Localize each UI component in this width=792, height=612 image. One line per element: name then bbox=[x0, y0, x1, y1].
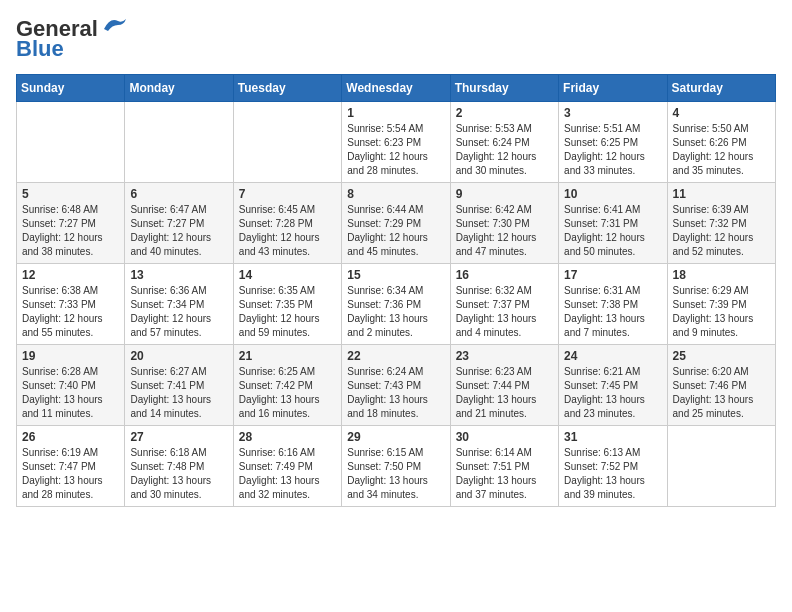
calendar-cell: 31Sunrise: 6:13 AM Sunset: 7:52 PM Dayli… bbox=[559, 426, 667, 507]
day-number: 24 bbox=[564, 349, 661, 363]
day-number: 18 bbox=[673, 268, 770, 282]
calendar-cell: 12Sunrise: 6:38 AM Sunset: 7:33 PM Dayli… bbox=[17, 264, 125, 345]
calendar-cell: 16Sunrise: 6:32 AM Sunset: 7:37 PM Dayli… bbox=[450, 264, 558, 345]
calendar-cell: 20Sunrise: 6:27 AM Sunset: 7:41 PM Dayli… bbox=[125, 345, 233, 426]
day-info: Sunrise: 6:27 AM Sunset: 7:41 PM Dayligh… bbox=[130, 365, 227, 421]
day-info: Sunrise: 6:20 AM Sunset: 7:46 PM Dayligh… bbox=[673, 365, 770, 421]
day-info: Sunrise: 6:32 AM Sunset: 7:37 PM Dayligh… bbox=[456, 284, 553, 340]
day-info: Sunrise: 6:36 AM Sunset: 7:34 PM Dayligh… bbox=[130, 284, 227, 340]
logo-bird-icon bbox=[100, 15, 128, 35]
day-info: Sunrise: 5:53 AM Sunset: 6:24 PM Dayligh… bbox=[456, 122, 553, 178]
day-number: 26 bbox=[22, 430, 119, 444]
weekday-header-wednesday: Wednesday bbox=[342, 75, 450, 102]
day-info: Sunrise: 6:14 AM Sunset: 7:51 PM Dayligh… bbox=[456, 446, 553, 502]
calendar-cell: 15Sunrise: 6:34 AM Sunset: 7:36 PM Dayli… bbox=[342, 264, 450, 345]
day-number: 31 bbox=[564, 430, 661, 444]
day-number: 28 bbox=[239, 430, 336, 444]
day-info: Sunrise: 5:54 AM Sunset: 6:23 PM Dayligh… bbox=[347, 122, 444, 178]
day-info: Sunrise: 6:44 AM Sunset: 7:29 PM Dayligh… bbox=[347, 203, 444, 259]
day-info: Sunrise: 6:29 AM Sunset: 7:39 PM Dayligh… bbox=[673, 284, 770, 340]
calendar-cell: 19Sunrise: 6:28 AM Sunset: 7:40 PM Dayli… bbox=[17, 345, 125, 426]
calendar-cell: 1Sunrise: 5:54 AM Sunset: 6:23 PM Daylig… bbox=[342, 102, 450, 183]
calendar-cell: 30Sunrise: 6:14 AM Sunset: 7:51 PM Dayli… bbox=[450, 426, 558, 507]
day-info: Sunrise: 6:38 AM Sunset: 7:33 PM Dayligh… bbox=[22, 284, 119, 340]
weekday-header-thursday: Thursday bbox=[450, 75, 558, 102]
day-info: Sunrise: 6:16 AM Sunset: 7:49 PM Dayligh… bbox=[239, 446, 336, 502]
day-info: Sunrise: 6:41 AM Sunset: 7:31 PM Dayligh… bbox=[564, 203, 661, 259]
day-info: Sunrise: 6:48 AM Sunset: 7:27 PM Dayligh… bbox=[22, 203, 119, 259]
day-number: 16 bbox=[456, 268, 553, 282]
logo: General Blue bbox=[16, 16, 128, 62]
calendar-cell: 21Sunrise: 6:25 AM Sunset: 7:42 PM Dayli… bbox=[233, 345, 341, 426]
calendar-week-5: 26Sunrise: 6:19 AM Sunset: 7:47 PM Dayli… bbox=[17, 426, 776, 507]
weekday-header-sunday: Sunday bbox=[17, 75, 125, 102]
calendar-cell: 3Sunrise: 5:51 AM Sunset: 6:25 PM Daylig… bbox=[559, 102, 667, 183]
day-info: Sunrise: 6:39 AM Sunset: 7:32 PM Dayligh… bbox=[673, 203, 770, 259]
logo-blue: Blue bbox=[16, 36, 64, 62]
day-number: 12 bbox=[22, 268, 119, 282]
day-info: Sunrise: 6:42 AM Sunset: 7:30 PM Dayligh… bbox=[456, 203, 553, 259]
calendar-cell: 29Sunrise: 6:15 AM Sunset: 7:50 PM Dayli… bbox=[342, 426, 450, 507]
day-number: 7 bbox=[239, 187, 336, 201]
day-info: Sunrise: 6:13 AM Sunset: 7:52 PM Dayligh… bbox=[564, 446, 661, 502]
calendar-cell: 10Sunrise: 6:41 AM Sunset: 7:31 PM Dayli… bbox=[559, 183, 667, 264]
calendar-week-1: 1Sunrise: 5:54 AM Sunset: 6:23 PM Daylig… bbox=[17, 102, 776, 183]
weekday-header-friday: Friday bbox=[559, 75, 667, 102]
day-number: 10 bbox=[564, 187, 661, 201]
calendar-cell: 24Sunrise: 6:21 AM Sunset: 7:45 PM Dayli… bbox=[559, 345, 667, 426]
calendar-cell: 23Sunrise: 6:23 AM Sunset: 7:44 PM Dayli… bbox=[450, 345, 558, 426]
day-info: Sunrise: 6:45 AM Sunset: 7:28 PM Dayligh… bbox=[239, 203, 336, 259]
day-info: Sunrise: 6:18 AM Sunset: 7:48 PM Dayligh… bbox=[130, 446, 227, 502]
calendar-cell bbox=[17, 102, 125, 183]
calendar-cell bbox=[667, 426, 775, 507]
day-number: 8 bbox=[347, 187, 444, 201]
calendar-cell: 28Sunrise: 6:16 AM Sunset: 7:49 PM Dayli… bbox=[233, 426, 341, 507]
calendar-cell: 26Sunrise: 6:19 AM Sunset: 7:47 PM Dayli… bbox=[17, 426, 125, 507]
day-number: 4 bbox=[673, 106, 770, 120]
day-number: 9 bbox=[456, 187, 553, 201]
day-number: 14 bbox=[239, 268, 336, 282]
day-number: 13 bbox=[130, 268, 227, 282]
day-number: 15 bbox=[347, 268, 444, 282]
day-info: Sunrise: 6:34 AM Sunset: 7:36 PM Dayligh… bbox=[347, 284, 444, 340]
calendar-week-4: 19Sunrise: 6:28 AM Sunset: 7:40 PM Dayli… bbox=[17, 345, 776, 426]
calendar-cell: 8Sunrise: 6:44 AM Sunset: 7:29 PM Daylig… bbox=[342, 183, 450, 264]
calendar-cell: 25Sunrise: 6:20 AM Sunset: 7:46 PM Dayli… bbox=[667, 345, 775, 426]
day-info: Sunrise: 6:47 AM Sunset: 7:27 PM Dayligh… bbox=[130, 203, 227, 259]
calendar-cell: 18Sunrise: 6:29 AM Sunset: 7:39 PM Dayli… bbox=[667, 264, 775, 345]
calendar-cell bbox=[125, 102, 233, 183]
day-number: 11 bbox=[673, 187, 770, 201]
weekday-header-tuesday: Tuesday bbox=[233, 75, 341, 102]
day-number: 29 bbox=[347, 430, 444, 444]
calendar-week-3: 12Sunrise: 6:38 AM Sunset: 7:33 PM Dayli… bbox=[17, 264, 776, 345]
calendar-cell bbox=[233, 102, 341, 183]
calendar-cell: 9Sunrise: 6:42 AM Sunset: 7:30 PM Daylig… bbox=[450, 183, 558, 264]
day-number: 17 bbox=[564, 268, 661, 282]
day-info: Sunrise: 6:15 AM Sunset: 7:50 PM Dayligh… bbox=[347, 446, 444, 502]
day-info: Sunrise: 6:21 AM Sunset: 7:45 PM Dayligh… bbox=[564, 365, 661, 421]
day-number: 3 bbox=[564, 106, 661, 120]
day-info: Sunrise: 6:31 AM Sunset: 7:38 PM Dayligh… bbox=[564, 284, 661, 340]
calendar-cell: 22Sunrise: 6:24 AM Sunset: 7:43 PM Dayli… bbox=[342, 345, 450, 426]
day-number: 21 bbox=[239, 349, 336, 363]
day-info: Sunrise: 5:51 AM Sunset: 6:25 PM Dayligh… bbox=[564, 122, 661, 178]
calendar-week-2: 5Sunrise: 6:48 AM Sunset: 7:27 PM Daylig… bbox=[17, 183, 776, 264]
calendar-cell: 2Sunrise: 5:53 AM Sunset: 6:24 PM Daylig… bbox=[450, 102, 558, 183]
calendar-cell: 5Sunrise: 6:48 AM Sunset: 7:27 PM Daylig… bbox=[17, 183, 125, 264]
page-header: General Blue bbox=[16, 16, 776, 62]
day-number: 6 bbox=[130, 187, 227, 201]
day-number: 1 bbox=[347, 106, 444, 120]
day-number: 22 bbox=[347, 349, 444, 363]
day-number: 20 bbox=[130, 349, 227, 363]
day-number: 25 bbox=[673, 349, 770, 363]
calendar-cell: 27Sunrise: 6:18 AM Sunset: 7:48 PM Dayli… bbox=[125, 426, 233, 507]
day-info: Sunrise: 5:50 AM Sunset: 6:26 PM Dayligh… bbox=[673, 122, 770, 178]
weekday-header-monday: Monday bbox=[125, 75, 233, 102]
day-info: Sunrise: 6:28 AM Sunset: 7:40 PM Dayligh… bbox=[22, 365, 119, 421]
calendar-cell: 7Sunrise: 6:45 AM Sunset: 7:28 PM Daylig… bbox=[233, 183, 341, 264]
calendar-cell: 14Sunrise: 6:35 AM Sunset: 7:35 PM Dayli… bbox=[233, 264, 341, 345]
day-number: 2 bbox=[456, 106, 553, 120]
day-number: 5 bbox=[22, 187, 119, 201]
day-info: Sunrise: 6:35 AM Sunset: 7:35 PM Dayligh… bbox=[239, 284, 336, 340]
day-info: Sunrise: 6:24 AM Sunset: 7:43 PM Dayligh… bbox=[347, 365, 444, 421]
